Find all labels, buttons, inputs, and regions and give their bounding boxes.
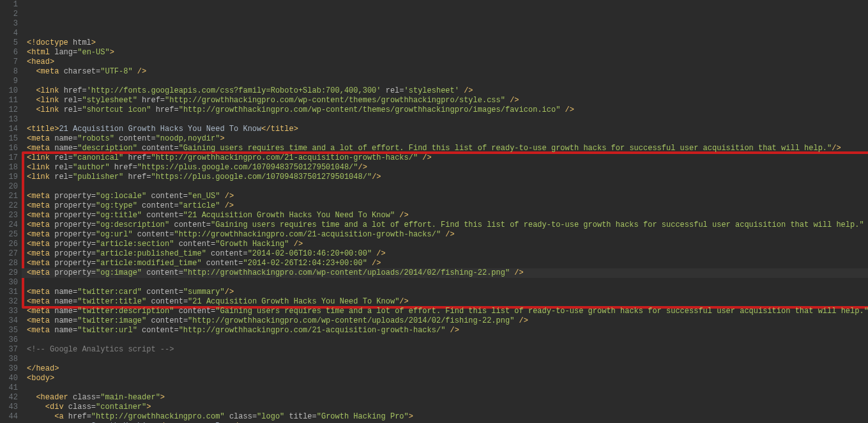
line-number: 10 bbox=[0, 86, 18, 96]
line-number: 34 bbox=[0, 316, 18, 326]
line-number: 9 bbox=[0, 77, 18, 86]
code-line[interactable]: <meta property="article:section" content… bbox=[27, 240, 868, 249]
line-number: 11 bbox=[0, 96, 18, 105]
code-line[interactable]: <meta name="twitter:card" content="summa… bbox=[27, 288, 868, 297]
line-number: 14 bbox=[0, 125, 18, 134]
line-number: 28 bbox=[0, 259, 18, 268]
line-number: 4 bbox=[0, 29, 18, 38]
code-line[interactable] bbox=[27, 115, 868, 125]
code-line[interactable]: <meta property="og:url" content="http://… bbox=[27, 230, 868, 240]
code-line[interactable]: <header class="main-header"> bbox=[27, 393, 868, 403]
code-line[interactable]: <meta property="og:locale" content="en_U… bbox=[27, 192, 868, 201]
line-number: 20 bbox=[0, 182, 18, 192]
code-area[interactable]: <!doctype html><html lang="en-US"><head>… bbox=[22, 0, 868, 423]
code-line[interactable]: <link rel="shortcut icon" href="http://g… bbox=[27, 105, 868, 115]
code-line[interactable]: </head> bbox=[27, 364, 868, 374]
line-number: 35 bbox=[0, 326, 18, 335]
line-number: 30 bbox=[0, 278, 18, 288]
code-line[interactable]: <meta property="article:modified_time" c… bbox=[27, 259, 868, 268]
line-number: 16 bbox=[0, 144, 18, 153]
line-number: 13 bbox=[0, 115, 18, 125]
line-number: 37 bbox=[0, 345, 18, 355]
code-line[interactable]: <meta name="description" content="Gainin… bbox=[27, 144, 868, 153]
code-line[interactable] bbox=[27, 383, 868, 393]
line-number: 44 bbox=[0, 412, 18, 422]
code-line[interactable]: <meta property="og:description" content=… bbox=[27, 220, 868, 230]
code-line[interactable]: <head> bbox=[27, 58, 868, 67]
line-number: 40 bbox=[0, 374, 18, 383]
line-number: 25 bbox=[0, 230, 18, 240]
code-line[interactable]: <link href='http://fonts.googleapis.com/… bbox=[27, 86, 868, 96]
code-line[interactable]: <meta name="twitter:title" content="21 A… bbox=[27, 297, 868, 307]
code-line[interactable]: <meta property="og:type" content="articl… bbox=[27, 201, 868, 211]
line-number: 5 bbox=[0, 38, 18, 48]
code-line[interactable] bbox=[27, 182, 868, 192]
line-number: 6 bbox=[0, 48, 18, 58]
line-number: 31 bbox=[0, 288, 18, 297]
line-number: 24 bbox=[0, 220, 18, 230]
code-line[interactable]: <link rel="canonical" href="http://growt… bbox=[27, 153, 868, 163]
code-line[interactable]: <meta property="og:image" content="http:… bbox=[27, 268, 868, 278]
code-line[interactable] bbox=[27, 77, 868, 86]
code-line[interactable]: <link rel="author" href="https://plus.go… bbox=[27, 163, 868, 173]
line-number: 7 bbox=[0, 58, 18, 67]
line-number: 32 bbox=[0, 297, 18, 307]
line-number: 38 bbox=[0, 355, 18, 364]
code-line[interactable]: <a href="http://growthhackingpro.com" cl… bbox=[27, 412, 868, 422]
line-number: 39 bbox=[0, 364, 18, 374]
code-line[interactable]: <!doctype html> bbox=[27, 38, 868, 48]
line-number: 8 bbox=[0, 67, 18, 77]
code-line[interactable]: <meta name="robots" content="noodp,noydi… bbox=[27, 134, 868, 144]
line-number: 23 bbox=[0, 211, 18, 220]
line-number: 12 bbox=[0, 105, 18, 115]
code-editor[interactable]: 1234567891011121314151617181920212223242… bbox=[0, 0, 868, 423]
code-line[interactable]: <div class="container"> bbox=[27, 403, 868, 412]
code-line[interactable]: <meta property="og:title" content="21 Ac… bbox=[27, 211, 868, 220]
code-line[interactable]: <body> bbox=[27, 374, 868, 383]
line-number: 2 bbox=[0, 10, 18, 19]
code-line[interactable] bbox=[27, 335, 868, 345]
line-number: 33 bbox=[0, 307, 18, 316]
code-line[interactable] bbox=[27, 355, 868, 364]
code-line[interactable]: <title>21 Acquisition Growth Hacks You N… bbox=[27, 125, 868, 134]
code-line[interactable]: <link rel="stylesheet" href="http://grow… bbox=[27, 96, 868, 105]
line-number: 19 bbox=[0, 173, 18, 182]
code-line[interactable]: <meta name="twitter:image" content="http… bbox=[27, 316, 868, 326]
code-line[interactable]: <link rel="publisher" href="https://plus… bbox=[27, 173, 868, 182]
code-line[interactable]: <meta name="twitter:url" content="http:/… bbox=[27, 326, 868, 335]
line-number: 26 bbox=[0, 240, 18, 249]
code-line[interactable]: <meta charset="UTF-8" /> bbox=[27, 67, 868, 77]
code-line[interactable]: <meta name="twitter:description" content… bbox=[27, 307, 868, 316]
line-number: 29 bbox=[0, 268, 18, 278]
gutter: 1234567891011121314151617181920212223242… bbox=[0, 0, 22, 423]
code-line[interactable]: <!-- Google Analytics script --> bbox=[27, 345, 868, 355]
line-number: 3 bbox=[0, 19, 18, 29]
code-line[interactable]: <meta property="article:published_time" … bbox=[27, 249, 868, 259]
line-number: 42 bbox=[0, 393, 18, 403]
line-number: 36 bbox=[0, 335, 18, 345]
line-number: 43 bbox=[0, 403, 18, 412]
line-number: 18 bbox=[0, 163, 18, 173]
line-number: 21 bbox=[0, 192, 18, 201]
line-number: 22 bbox=[0, 201, 18, 211]
code-line[interactable]: <html lang="en-US"> bbox=[27, 48, 868, 58]
line-number: 15 bbox=[0, 134, 18, 144]
code-line[interactable] bbox=[27, 278, 868, 288]
line-number: 27 bbox=[0, 249, 18, 259]
line-number: 41 bbox=[0, 383, 18, 393]
line-number: 17 bbox=[0, 153, 18, 163]
line-number: 1 bbox=[0, 0, 18, 10]
